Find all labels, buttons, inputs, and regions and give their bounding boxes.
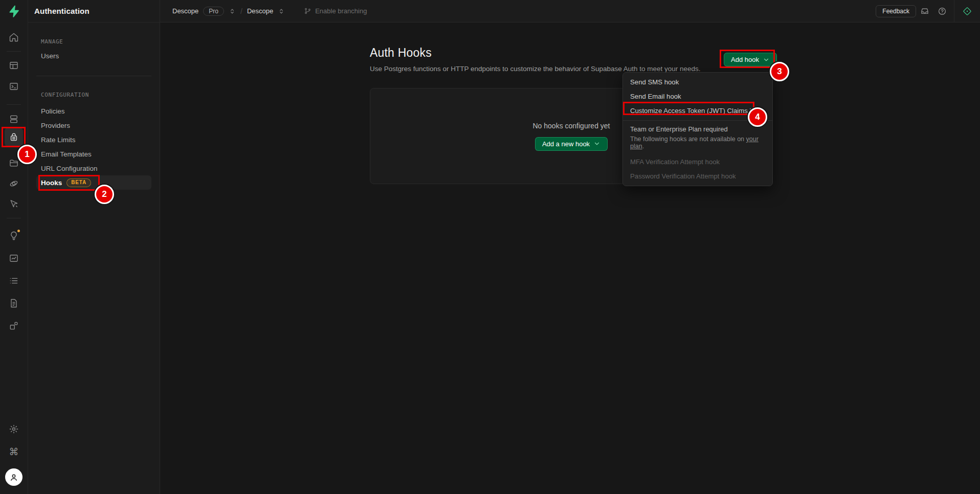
reports-chart-icon bbox=[9, 253, 19, 263]
annotation-step-4: 4 bbox=[748, 107, 767, 127]
user-icon bbox=[9, 472, 19, 482]
empty-state-title: No hooks configured yet bbox=[533, 122, 610, 130]
plan-badge[interactable]: Pro bbox=[203, 7, 224, 16]
sidebar-item-rate-limits[interactable]: Rate Limits bbox=[36, 132, 151, 147]
sidebar-item-label: Email Templates bbox=[41, 150, 92, 158]
rail-command-menu-button[interactable]: ⌘ bbox=[5, 443, 23, 460]
rail-database-button[interactable] bbox=[5, 110, 23, 128]
rail-realtime-button[interactable] bbox=[5, 195, 23, 212]
command-menu-icon: ⌘ bbox=[9, 446, 19, 458]
branch-icon bbox=[304, 7, 311, 15]
org-switcher[interactable] bbox=[229, 8, 236, 15]
settings-gear-icon bbox=[9, 424, 19, 434]
breadcrumb: Descope Pro / Descope Enable branching bbox=[172, 7, 367, 16]
sidebar-item-email-templates[interactable]: Email Templates bbox=[36, 147, 151, 161]
sidebar-item-label: Hooks bbox=[41, 179, 62, 187]
auth-sidebar: Authentication MANAGE Users CONFIGURATIO… bbox=[28, 0, 160, 494]
sidebar-item-users[interactable]: Users bbox=[36, 49, 151, 63]
sidebar-item-policies[interactable]: Policies bbox=[36, 104, 151, 118]
rail-edge-functions-button[interactable] bbox=[5, 175, 23, 192]
focus-mode-button[interactable] bbox=[954, 0, 980, 23]
menu-item-send-sms-hook[interactable]: Send SMS hook bbox=[623, 75, 772, 89]
rail-api-docs-button[interactable] bbox=[5, 295, 23, 312]
home-icon bbox=[9, 32, 19, 42]
sidebar-section-configuration: CONFIGURATION bbox=[41, 92, 89, 98]
enable-branching-button[interactable]: Enable branching bbox=[304, 7, 367, 15]
plan-required-notice: Team or Enterprise Plan required The fol… bbox=[623, 124, 772, 154]
rail-table-editor-button[interactable] bbox=[5, 57, 23, 74]
add-hook-label: Add hook bbox=[731, 56, 759, 63]
sidebar-item-hooks[interactable]: Hooks BETA bbox=[36, 175, 151, 190]
add-new-hook-button[interactable]: Add a new hook bbox=[535, 137, 608, 151]
sidebar-divider bbox=[36, 76, 151, 76]
breadcrumb-project[interactable]: Descope bbox=[247, 7, 273, 15]
rail-sql-editor-button[interactable] bbox=[5, 78, 23, 95]
chevron-up-down-icon bbox=[229, 8, 236, 15]
storage-icon bbox=[9, 158, 19, 168]
page-title: Authentication bbox=[34, 7, 90, 15]
advisors-notification-dot bbox=[16, 229, 21, 233]
edge-functions-icon bbox=[9, 178, 19, 189]
rail-divider bbox=[7, 51, 21, 52]
topbar-actions: Feedback bbox=[876, 0, 980, 22]
notifications-button[interactable] bbox=[916, 3, 933, 20]
menu-item-send-email-hook[interactable]: Send Email hook bbox=[623, 89, 772, 103]
help-button[interactable] bbox=[933, 3, 951, 20]
add-hook-button[interactable]: Add hook bbox=[724, 53, 777, 66]
inbox-icon bbox=[920, 7, 929, 16]
breadcrumb-separator: / bbox=[240, 7, 242, 15]
plan-required-suffix: . bbox=[642, 143, 644, 150]
add-new-hook-label: Add a new hook bbox=[542, 140, 590, 148]
plan-required-text: The following hooks are not available on bbox=[630, 136, 746, 143]
main-area: Descope Pro / Descope Enable branching F… bbox=[160, 0, 980, 494]
integrations-blocks-icon bbox=[9, 321, 19, 331]
auth-hooks-heading: Auth Hooks bbox=[370, 46, 432, 60]
supabase-bolt-icon bbox=[7, 5, 20, 18]
sidebar-item-providers[interactable]: Providers bbox=[36, 118, 151, 132]
rail-reports-button[interactable] bbox=[5, 250, 23, 267]
menu-item-password-verification-hook: Password Verification Attempt hook bbox=[623, 169, 772, 183]
rail-logs-button[interactable] bbox=[5, 272, 23, 289]
api-docs-file-icon bbox=[9, 298, 19, 308]
chevron-up-down-icon bbox=[278, 8, 285, 15]
project-switcher[interactable] bbox=[278, 8, 285, 15]
chevron-down-icon bbox=[593, 140, 600, 147]
logs-list-icon bbox=[9, 276, 19, 286]
table-editor-icon bbox=[9, 60, 19, 71]
auth-hooks-description: Use Postgres functions or HTTP endpoints… bbox=[370, 65, 701, 73]
icon-rail: ⌘ bbox=[0, 0, 28, 494]
add-hook-dropdown-menu: Send SMS hook Send Email hook Customize … bbox=[622, 72, 773, 186]
rail-settings-button[interactable] bbox=[5, 420, 23, 438]
sidebar-section-manage: MANAGE bbox=[41, 38, 63, 45]
plan-required-title: Team or Enterprise Plan required bbox=[630, 125, 765, 133]
rail-divider bbox=[7, 104, 21, 105]
sidebar-item-label: URL Configuration bbox=[41, 165, 98, 172]
breadcrumb-org[interactable]: Descope bbox=[172, 7, 198, 15]
annotation-step-2: 2 bbox=[95, 185, 114, 204]
app-root: ⌘ Authentication MANAGE Users CONFIGURAT… bbox=[0, 0, 980, 494]
annotation-step-3: 3 bbox=[770, 62, 789, 81]
sidebar-item-label: Rate Limits bbox=[41, 136, 76, 144]
feedback-button[interactable]: Feedback bbox=[876, 5, 916, 17]
menu-item-mfa-verification-hook: MFA Verification Attempt hook bbox=[623, 154, 772, 169]
rail-integrations-button[interactable] bbox=[5, 317, 23, 334]
annotation-step-1: 1 bbox=[17, 145, 37, 164]
sql-editor-icon bbox=[9, 81, 19, 92]
sidebar-item-url-configuration[interactable]: URL Configuration bbox=[36, 161, 151, 175]
sidebar-header: Authentication bbox=[28, 0, 160, 23]
sidebar-item-label: Providers bbox=[41, 122, 70, 129]
user-avatar[interactable] bbox=[5, 468, 23, 486]
focus-diamond-icon bbox=[962, 6, 972, 16]
rail-advisors-button[interactable] bbox=[5, 227, 23, 244]
database-icon bbox=[9, 114, 19, 124]
rail-divider bbox=[7, 218, 21, 218]
help-icon bbox=[938, 7, 947, 16]
realtime-icon bbox=[9, 198, 19, 209]
rail-home-button[interactable] bbox=[5, 29, 23, 46]
enable-branching-label: Enable branching bbox=[315, 7, 367, 15]
supabase-logo[interactable] bbox=[6, 4, 21, 19]
rail-authentication-button[interactable] bbox=[5, 128, 23, 146]
plan-required-description: The following hooks are not available on… bbox=[630, 136, 765, 150]
chevron-down-icon bbox=[763, 56, 770, 63]
sidebar-item-label: Policies bbox=[41, 107, 65, 115]
